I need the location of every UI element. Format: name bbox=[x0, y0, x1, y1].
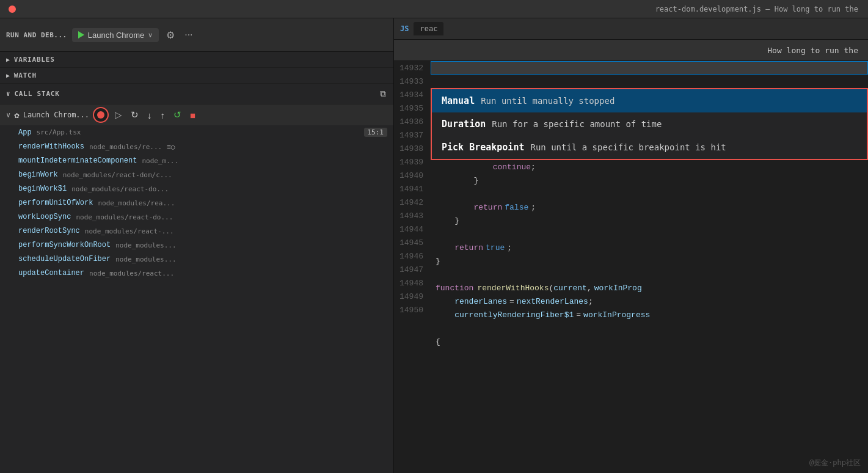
step-over-button[interactable]: ↻ bbox=[128, 108, 141, 122]
editor-tab-bar: JS reac bbox=[394, 18, 868, 40]
watch-label: WATCH bbox=[14, 72, 37, 79]
line-num: 14950 bbox=[394, 303, 431, 317]
line-num: 14944 bbox=[394, 222, 431, 236]
stop-button[interactable]: ■ bbox=[188, 109, 198, 122]
table-row[interactable]: renderWithHooks node_modules/re... ≡○ bbox=[0, 140, 393, 154]
frame-name: performSyncWorkOnRoot bbox=[18, 241, 111, 249]
frame-badge: ≡○ bbox=[167, 143, 175, 151]
code-content: 14932 14933 14934 14935 14936 14937 1493… bbox=[394, 61, 868, 473]
code-line bbox=[431, 75, 868, 88]
frame-path: node_m... bbox=[142, 157, 178, 165]
table-row[interactable]: beginWork node_modules/react-dom/c... bbox=[0, 168, 393, 182]
table-row[interactable]: updateContainer node_modules/react... bbox=[0, 266, 393, 280]
code-line: { bbox=[431, 335, 868, 348]
code-line: function renderWithHooks ( current , wor… bbox=[431, 281, 868, 295]
run-debug-label: RUN AND DEB... bbox=[6, 31, 67, 39]
code-line bbox=[431, 227, 868, 241]
restart-button[interactable]: ↺ bbox=[171, 108, 184, 122]
variables-label: VARIABLES bbox=[14, 56, 55, 64]
line-num: 14934 bbox=[394, 88, 431, 101]
table-row[interactable]: performSyncWorkOnRoot node_modules... bbox=[0, 238, 393, 252]
title-prompt: How long to run the bbox=[775, 5, 858, 13]
watch-section-header[interactable]: ▶ WATCH bbox=[0, 68, 393, 84]
line-num: 14946 bbox=[394, 249, 431, 263]
dropdown-desc: Run for a specific amount of time bbox=[492, 119, 662, 129]
traffic-light bbox=[9, 6, 16, 13]
table-row[interactable]: renderRootSync node_modules/react-... bbox=[0, 224, 393, 238]
step-into-button[interactable]: ↓ bbox=[145, 109, 155, 122]
main-container: RUN AND DEB... Launch Chrome ∨ ⚙ ··· ▶ V… bbox=[0, 18, 868, 473]
gear-icon-button[interactable]: ⚙ bbox=[164, 27, 177, 43]
line-numbers: 14932 14933 14934 14935 14936 14937 1493… bbox=[394, 61, 431, 473]
call-stack-arrow-icon: ∨ bbox=[6, 90, 10, 98]
code-line bbox=[431, 187, 868, 200]
stack-frames-list: App src/App.tsx 15:1 renderWithHooks nod… bbox=[0, 125, 393, 473]
dropdown-desc: Run until a specific breakpoint is hit bbox=[530, 142, 726, 152]
line-num: 14948 bbox=[394, 276, 431, 290]
dropdown-key: Manual bbox=[442, 95, 475, 106]
copy-call-stack-button[interactable]: ⧉ bbox=[379, 87, 387, 100]
thread-expand-icon: ∨ bbox=[6, 111, 10, 119]
code-panel: JS reac How long to run the 14932 14933 … bbox=[394, 18, 868, 473]
resume-button[interactable]: ▷ bbox=[112, 108, 125, 122]
line-num: 14949 bbox=[394, 290, 431, 303]
table-row[interactable]: mountIndeterminateComponent node_m... bbox=[0, 154, 393, 168]
call-stack-section: ∨ CALL STACK ⧉ ∨ ✿ Launch Chrom... ▷ ↻ ↓… bbox=[0, 84, 393, 473]
frame-name: renderWithHooks bbox=[18, 142, 84, 151]
frame-name: mountIndeterminateComponent bbox=[18, 156, 137, 165]
frame-name: performUnitOfWork bbox=[18, 199, 93, 207]
dropdown-item-pick-breakpoint[interactable]: Pick Breakpoint Run until a specific bre… bbox=[432, 136, 867, 159]
frame-path: node_modules... bbox=[115, 241, 176, 249]
code-line: } bbox=[431, 174, 868, 187]
step-out-button[interactable]: ↑ bbox=[158, 109, 168, 122]
record-button[interactable] bbox=[93, 107, 109, 123]
line-num: 14937 bbox=[394, 128, 431, 142]
line-num: 14945 bbox=[394, 236, 431, 249]
frame-line: 15:1 bbox=[364, 128, 388, 137]
frame-path: node_modules/react-do... bbox=[71, 185, 169, 193]
table-row[interactable]: beginWork$1 node_modules/react-do... bbox=[0, 182, 393, 196]
debug-sidebar: RUN AND DEB... Launch Chrome ∨ ⚙ ··· ▶ V… bbox=[0, 18, 394, 473]
code-line: return true ; bbox=[431, 241, 868, 254]
dropdown-input-field[interactable] bbox=[431, 61, 868, 75]
table-row[interactable]: performUnitOfWork node_modules/rea... bbox=[0, 196, 393, 210]
dropdown-item-manual[interactable]: Manual Run until manually stopped bbox=[432, 89, 867, 112]
code-line bbox=[431, 268, 868, 281]
code-line: currentlyRenderingFiber$1 = workInProgre… bbox=[431, 308, 868, 321]
frame-path: node_modules/rea... bbox=[98, 199, 175, 207]
frame-name: workLoopSync bbox=[18, 213, 71, 221]
frame-path: node_modules/re... bbox=[89, 143, 162, 151]
line-num: 14942 bbox=[394, 196, 431, 209]
frame-path: node_modules/react-... bbox=[85, 227, 174, 235]
code-line: } bbox=[431, 254, 868, 268]
frame-name: renderRootSync bbox=[18, 227, 80, 235]
editor-tab[interactable]: reac bbox=[414, 22, 443, 35]
variables-section-header[interactable]: ▶ VARIABLES bbox=[0, 52, 393, 68]
code-line: } bbox=[431, 214, 868, 227]
table-row[interactable]: workLoopSync node_modules/react-do... bbox=[0, 210, 393, 224]
frame-name: beginWork bbox=[18, 170, 58, 179]
dropdown-desc: Run until manually stopped bbox=[481, 96, 615, 106]
table-row[interactable]: App src/App.tsx 15:1 bbox=[0, 125, 393, 140]
code-line bbox=[431, 321, 868, 335]
play-icon bbox=[78, 31, 84, 38]
dropdown-key: Pick Breakpoint bbox=[442, 142, 524, 153]
line-num: 14939 bbox=[394, 155, 431, 169]
call-stack-header: ∨ CALL STACK ⧉ bbox=[0, 84, 393, 105]
dropdown-list: Manual Run until manually stopped Durati… bbox=[431, 88, 868, 160]
dropdown-key: Duration bbox=[442, 119, 486, 130]
line-num: 14940 bbox=[394, 169, 431, 182]
launch-label: Launch Chrome bbox=[88, 31, 145, 40]
title-bar: react-dom.development.js — How long to r… bbox=[0, 0, 868, 18]
frame-name: App bbox=[18, 128, 32, 137]
line-num: 14938 bbox=[394, 142, 431, 155]
table-row[interactable]: scheduleUpdateOnFiber node_modules... bbox=[0, 252, 393, 266]
dropdown-item-duration[interactable]: Duration Run for a specific amount of ti… bbox=[432, 112, 867, 136]
call-stack-thread: ∨ ✿ Launch Chrom... ▷ ↻ ↓ ↑ ↺ ■ bbox=[0, 105, 393, 125]
frame-path: node_modules/react... bbox=[89, 270, 174, 277]
frame-name: beginWork$1 bbox=[18, 185, 67, 193]
launch-chrome-button[interactable]: Launch Chrome ∨ bbox=[72, 28, 159, 42]
code-line: continue ; bbox=[431, 160, 868, 174]
more-options-button[interactable]: ··· bbox=[182, 27, 195, 43]
thread-name: Launch Chrom... bbox=[23, 111, 89, 119]
